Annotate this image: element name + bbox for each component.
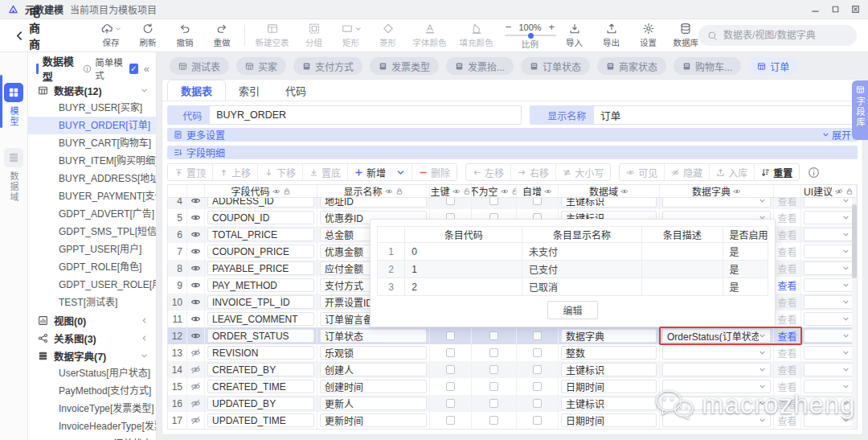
primary-key-checkbox[interactable] bbox=[446, 382, 455, 391]
display-name-input[interactable]: 更新人 bbox=[320, 397, 427, 410]
doc-tab[interactable]: 支付方式 bbox=[293, 57, 362, 75]
eye-icon[interactable] bbox=[187, 209, 205, 226]
doc-tab[interactable]: 测试表 bbox=[170, 57, 229, 75]
data-domain-select[interactable]: 数据字典 bbox=[561, 329, 657, 343]
eye-off-icon[interactable] bbox=[187, 412, 205, 429]
field-右移-button[interactable]: 右移 bbox=[510, 164, 555, 180]
ui-suggest-select[interactable] bbox=[804, 413, 854, 427]
tree-item[interactable]: BUYR_CART[购物车] bbox=[28, 134, 156, 152]
primary-key-checkbox[interactable] bbox=[446, 348, 455, 357]
data-dict-select[interactable] bbox=[662, 397, 771, 410]
eye-icon[interactable] bbox=[187, 198, 205, 209]
doc-tab[interactable]: 购物车... bbox=[674, 57, 741, 75]
sidebar-group-tables[interactable]: 数据表(12) bbox=[28, 81, 156, 99]
ui-suggest-select[interactable] bbox=[804, 312, 854, 326]
not-null-checkbox[interactable] bbox=[489, 331, 498, 340]
primary-key-checkbox[interactable] bbox=[446, 331, 455, 340]
field-code-input[interactable]: TOTAL_PRICE bbox=[207, 228, 314, 241]
ui-suggest-select[interactable] bbox=[804, 380, 854, 393]
table-display-name-input[interactable] bbox=[594, 105, 858, 125]
doc-tab[interactable]: 买家 bbox=[236, 57, 286, 75]
field-code-input[interactable]: LEAVE_COMMENT bbox=[207, 312, 314, 326]
ui-suggest-select[interactable] bbox=[804, 363, 854, 376]
search-input[interactable] bbox=[723, 30, 848, 41]
tree-item[interactable]: BUYR_ITEM[购买明细] bbox=[28, 152, 156, 170]
tree-item[interactable]: InvoiceType[发票类型] bbox=[28, 400, 156, 417]
display-name-input[interactable]: 更新时间 bbox=[320, 413, 427, 427]
display-name-input[interactable]: 创建人 bbox=[320, 363, 427, 376]
view-dict-link[interactable]: 查看 bbox=[777, 278, 796, 292]
sidebar-group-relations[interactable]: 关系图(3) bbox=[28, 329, 156, 347]
tree-item[interactable]: BUYR_USER[买家] bbox=[28, 99, 156, 117]
view-dict-link[interactable]: 查看 bbox=[777, 413, 796, 427]
view-dict-link[interactable]: 查看 bbox=[777, 245, 796, 258]
ui-suggest-select[interactable] bbox=[804, 295, 854, 309]
display-name-input[interactable]: 乐观锁 bbox=[320, 346, 427, 360]
data-dict-select[interactable] bbox=[662, 346, 771, 360]
field-code-input[interactable]: INVOICE_TPL_ID bbox=[207, 295, 314, 309]
tree-item[interactable]: GDPT_ADVERT[广告] bbox=[28, 205, 156, 223]
field-隐藏-button[interactable]: 隐藏 bbox=[664, 164, 709, 180]
auto-increment-checkbox[interactable] bbox=[533, 198, 542, 205]
eye-icon[interactable] bbox=[187, 294, 205, 310]
field-row-CREATED_BY[interactable]: 14CREATED_BY创建人主键标识查看 bbox=[168, 361, 857, 378]
eye-off-icon[interactable] bbox=[187, 361, 205, 378]
eye-icon[interactable] bbox=[187, 260, 205, 277]
panel-tab[interactable]: 索引 bbox=[226, 80, 272, 101]
simple-mode-checkbox[interactable] bbox=[129, 64, 138, 74]
ui-suggest-select[interactable] bbox=[804, 245, 854, 258]
zoom-slider[interactable] bbox=[505, 35, 556, 36]
tree-item[interactable]: BUYR_ORDER[订单] bbox=[28, 117, 156, 134]
more-settings-bar[interactable]: 更多设置 展开 bbox=[167, 128, 858, 142]
primary-key-checkbox[interactable] bbox=[446, 416, 455, 425]
tree-item[interactable]: BUYR_ADDRESS[地址] bbox=[28, 170, 156, 187]
ui-suggest-select[interactable] bbox=[804, 278, 854, 292]
toolbar-settings-button[interactable]: 设置 bbox=[637, 23, 661, 48]
field-左移-button[interactable]: 左移 bbox=[466, 164, 510, 180]
eye-icon[interactable] bbox=[187, 327, 205, 344]
toolbar-save-button[interactable]: 保存 bbox=[99, 23, 123, 48]
panel-tab[interactable]: 代码 bbox=[272, 80, 319, 101]
data-domain-select[interactable]: 主键标识 bbox=[561, 198, 657, 208]
sidebar-group-dicts[interactable]: 数据字典(7) bbox=[28, 347, 156, 364]
field-row-CREATED_TIME[interactable]: 15CREATED_TIME创建时间日期时间查看 bbox=[168, 378, 857, 395]
field-入库-button[interactable]: 入库 bbox=[709, 164, 754, 180]
ui-suggest-select[interactable] bbox=[804, 346, 854, 360]
field-row-ORDER_STATUS[interactable]: 12ORDER_STATUS订单状态数据字典OrderStatus(订单状态)查… bbox=[168, 327, 857, 344]
view-dict-link[interactable]: 查看 bbox=[777, 346, 796, 360]
data-dict-select[interactable] bbox=[662, 380, 771, 393]
view-dict-link[interactable]: 查看 bbox=[777, 312, 796, 326]
field-新增-button[interactable]: 新增 bbox=[347, 164, 411, 180]
toolbar-font-color-button[interactable]: 字体颜色 bbox=[413, 23, 447, 48]
field-code-input[interactable]: UPDATED_TIME bbox=[207, 413, 314, 427]
field-code-input[interactable]: REVISION bbox=[207, 346, 314, 360]
data-domain-select[interactable]: 整数 bbox=[561, 346, 657, 360]
field-row-UPDATED_TIME[interactable]: 17UPDATED_TIME更新时间日期时间查看 bbox=[168, 412, 857, 429]
eye-icon[interactable] bbox=[187, 243, 205, 260]
rail-item-data-domain[interactable]: 数据域 bbox=[4, 148, 23, 203]
maximize-button[interactable] bbox=[831, 5, 840, 14]
auto-increment-checkbox[interactable] bbox=[533, 382, 542, 391]
view-dict-link[interactable]: 查看 bbox=[777, 228, 796, 241]
auto-increment-checkbox[interactable] bbox=[533, 331, 542, 340]
toolbar-database-button[interactable]: 数据库 bbox=[674, 23, 699, 48]
field-code-input[interactable]: COUPON_PRICE bbox=[207, 245, 314, 258]
not-null-checkbox[interactable] bbox=[489, 399, 498, 408]
doc-tab[interactable]: 发票抬... bbox=[446, 57, 514, 75]
tree-item[interactable]: PayMethod[支付方式] bbox=[28, 382, 156, 400]
doc-tab[interactable]: 发票类型 bbox=[370, 57, 439, 75]
scrollbar-thumb[interactable] bbox=[852, 204, 857, 278]
ui-suggest-select[interactable] bbox=[804, 261, 854, 275]
zoom-out-button[interactable]: − bbox=[506, 21, 512, 33]
eye-icon[interactable] bbox=[187, 277, 205, 294]
auto-increment-checkbox[interactable] bbox=[533, 399, 542, 408]
field-重置-button[interactable]: 重置 bbox=[754, 164, 799, 180]
view-dict-link[interactable]: 查看 bbox=[777, 397, 796, 410]
view-dict-link[interactable]: 查看 bbox=[777, 295, 796, 309]
field-library-tab[interactable]: 字段库 bbox=[852, 80, 868, 140]
view-dict-link[interactable]: 查看 bbox=[777, 329, 796, 343]
field-大小写-button[interactable]: 大小写 bbox=[555, 164, 610, 180]
toolbar-rectangle-button[interactable]: 矩形 bbox=[339, 23, 363, 48]
field-code-input[interactable]: ORDER_STATUS bbox=[207, 329, 314, 343]
field-detail-bar[interactable]: 字段明细 bbox=[167, 146, 858, 159]
